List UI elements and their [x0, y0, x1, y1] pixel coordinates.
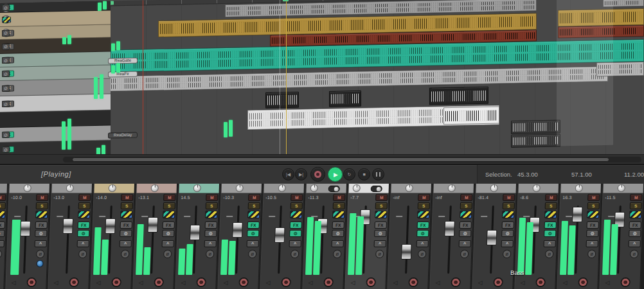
strip-fader-track[interactable]	[405, 206, 409, 274]
strip-fader-handle[interactable]	[232, 222, 243, 238]
strip-phase-button[interactable]: ø	[248, 250, 256, 258]
strip-record-arm-button[interactable]	[366, 277, 376, 287]
strip-record-arm-button[interactable]	[451, 277, 461, 287]
strip-solo-button[interactable]: S	[121, 202, 133, 209]
strip-mute-button[interactable]: M	[121, 194, 133, 201]
track-panel-row[interactable]	[0, 110, 111, 128]
strip-mute-button[interactable]: M	[36, 194, 48, 201]
strip-fader-track[interactable]	[320, 206, 325, 274]
strip-fx-bypass-button[interactable]: ⊙	[501, 230, 514, 237]
strip-solo-button[interactable]: S	[163, 202, 175, 209]
strip-envelope-button[interactable]: ^	[374, 240, 386, 247]
strip-pan-knob[interactable]	[151, 184, 159, 192]
scrollbar-track[interactable]	[63, 157, 641, 162]
track-fx-bypass-button[interactable]: ⊙	[2, 71, 10, 77]
strip-fx-button[interactable]: FX	[544, 222, 557, 229]
strip-fader-handle[interactable]	[274, 227, 285, 243]
fx-plugin-chip[interactable]: ReaDelay	[108, 132, 138, 139]
strip-speaker-icon[interactable]: ◁	[265, 280, 270, 286]
media-item-clip[interactable]	[265, 92, 299, 109]
strip-fx-bypass-button[interactable]: ⊙	[459, 230, 471, 237]
transport-repeat-button[interactable]: ↻	[343, 168, 355, 180]
strip-fx-bypass-button[interactable]: ⊙	[416, 230, 429, 237]
strip-pan-knob[interactable]	[278, 184, 286, 192]
strip-record-arm-button[interactable]	[69, 277, 79, 287]
strip-mute-button[interactable]: M	[291, 194, 303, 201]
track-fx-bypass-button[interactable]: ⊙	[2, 4, 10, 11]
strip-fx-bypass-button[interactable]: ⊙	[35, 230, 47, 237]
selection-start[interactable]: 45.3.00	[517, 171, 538, 178]
track-fx-bypass-button[interactable]: ⊙	[2, 132, 10, 138]
strip-phase-button[interactable]: ø	[291, 250, 299, 258]
strip-mute-button[interactable]: M	[587, 194, 600, 201]
strip-speaker-icon[interactable]: ◁	[308, 280, 312, 286]
strip-record-arm-button[interactable]	[620, 277, 631, 287]
strip-envelope-button[interactable]: ^	[35, 240, 47, 247]
strip-fx-bypass-button[interactable]: ⊙	[162, 230, 174, 237]
strip-record-arm-button[interactable]	[535, 277, 546, 287]
strip-solo-button[interactable]: S	[545, 202, 557, 209]
transport-stop-button[interactable]: ■	[358, 168, 370, 180]
strip-fx-button[interactable]: FX	[290, 222, 302, 229]
strip-mute-button[interactable]: M	[418, 194, 430, 201]
strip-mute-button[interactable]: M	[333, 194, 345, 201]
strip-phase-button[interactable]: ø	[587, 250, 596, 258]
mixer-strip[interactable]: -11.5MSFX⊙^ø◁	[599, 184, 644, 289]
strip-speaker-icon[interactable]: ◁	[393, 280, 397, 286]
strip-solo-button[interactable]: S	[375, 202, 388, 209]
strip-pan-knob[interactable]	[109, 184, 116, 192]
media-item-clip[interactable]	[511, 134, 560, 148]
strip-phase-button[interactable]: ø	[460, 250, 469, 258]
media-item-clip[interactable]	[329, 91, 361, 107]
media-item-clip[interactable]	[429, 87, 488, 105]
strip-fx-button[interactable]: FX	[78, 222, 90, 229]
mixer-strip[interactable]: -8.6MSFX⊙^ø◁Bass	[514, 184, 559, 289]
scrollbar-handle[interactable]	[72, 157, 609, 162]
strip-record-arm-button[interactable]	[196, 277, 206, 287]
strip-fx-button[interactable]: FX	[163, 222, 175, 229]
strip-phase-button[interactable]: ø	[36, 250, 44, 258]
strip-phase-button[interactable]: ø	[545, 250, 553, 258]
strip-record-arm-button[interactable]	[323, 277, 334, 287]
strip-mute-button[interactable]: M	[206, 194, 218, 201]
strip-fader-handle[interactable]	[401, 244, 412, 259]
strip-fader-track[interactable]	[66, 206, 70, 274]
strip-fx-button[interactable]: FX	[120, 222, 132, 229]
track-fx-bypass-button[interactable]: ⊙	[2, 146, 10, 153]
timeline-area[interactable]	[111, 0, 644, 164]
strip-pan-knob[interactable]	[353, 184, 361, 192]
strip-speaker-icon[interactable]: ◁	[96, 280, 100, 286]
strip-pan-knob[interactable]	[193, 184, 201, 192]
strip-envelope-button[interactable]: ^	[586, 240, 598, 247]
strip-record-arm-button[interactable]	[238, 277, 249, 287]
strip-fader-handle[interactable]	[62, 218, 73, 234]
strip-speaker-icon[interactable]: ◁	[605, 280, 609, 286]
strip-fx-button[interactable]: FX	[629, 222, 641, 229]
strip-record-arm-button[interactable]	[408, 277, 418, 287]
strip-pan-knob[interactable]	[236, 184, 244, 192]
strip-phase-button[interactable]: ø	[78, 250, 87, 258]
strip-envelope-button[interactable]: ^	[77, 240, 89, 247]
strip-phase-button[interactable]: ø	[418, 250, 426, 258]
play-cursor[interactable]	[143, 1, 143, 159]
strip-pan-knob[interactable]	[66, 184, 74, 192]
strip-fader-handle[interactable]	[105, 218, 116, 234]
strip-fx-bypass-button[interactable]: ⊙	[0, 230, 4, 237]
media-item-clip[interactable]	[443, 106, 499, 125]
strip-solo-button[interactable]: S	[206, 202, 218, 209]
strip-fx-bypass-button[interactable]: ⊙	[332, 230, 344, 237]
transport-go-to-start-button[interactable]: |◀	[282, 168, 294, 180]
strip-solo-button[interactable]: S	[248, 202, 260, 209]
strip-speaker-icon[interactable]: ◁	[223, 280, 228, 286]
strip-solo-button[interactable]: S	[630, 202, 642, 209]
strip-pan-knob[interactable]	[448, 184, 456, 192]
strip-speaker-icon[interactable]: ◁	[181, 280, 185, 286]
strip-envelope-button[interactable]: ^	[459, 240, 471, 247]
strip-solo-button[interactable]: S	[291, 202, 303, 209]
strip-record-arm-button[interactable]	[154, 277, 164, 287]
strip-speaker-icon[interactable]: ◁	[350, 280, 355, 286]
strip-width-knob[interactable]	[328, 186, 340, 192]
strip-pan-knob[interactable]	[533, 184, 541, 192]
mixer-strip[interactable]: -13.0MSFX⊙^ø◁	[48, 184, 93, 289]
media-item-clip[interactable]	[511, 119, 560, 134]
